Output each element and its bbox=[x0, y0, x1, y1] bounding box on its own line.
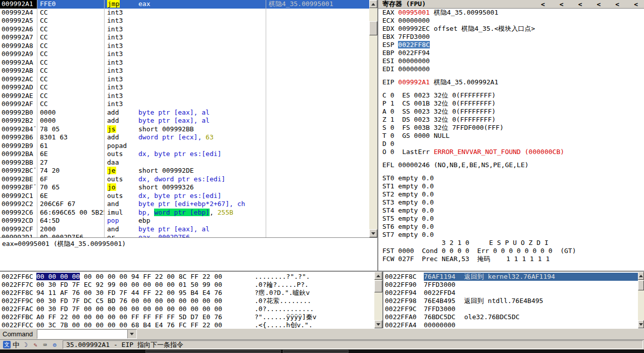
chinese-ime-icon[interactable]: 中 bbox=[12, 341, 20, 349]
disasm-row[interactable]: 009992ABCCint3 bbox=[0, 67, 369, 75]
disasm-row[interactable]: 009992B68301 63adddword ptr [ecx], 63 bbox=[0, 133, 369, 142]
disasm-row[interactable]: 009992BFˇ70 65joshort 00999326 bbox=[0, 183, 369, 192]
register-line[interactable]: EBX 7FFD3000 bbox=[378, 33, 644, 41]
disasm-row[interactable]: 009992BE6Foutsdx, dword ptr es:[edi] bbox=[0, 175, 369, 184]
register-line[interactable]: ESP 0022FF8C bbox=[378, 41, 644, 49]
register-line[interactable]: ST7 empty 0.0 bbox=[378, 231, 644, 239]
disasm-row[interactable]: 009992A7CCint3 bbox=[0, 33, 369, 42]
register-line[interactable]: EDX 009992EC offset 棋隐4_35.<模块入口点> bbox=[378, 25, 644, 33]
dump-row[interactable]: 0022FF8C94 11 AF 76 00 30 FD 7F 44 FF 22… bbox=[0, 289, 374, 297]
disasm-row[interactable]: 009992CF2000andbyte ptr [eax], al bbox=[0, 225, 369, 234]
disasm-row[interactable]: 009992B961popad bbox=[0, 142, 369, 150]
register-line[interactable]: ECX 00000000 bbox=[378, 17, 644, 25]
chevron-left-icon[interactable]: < bbox=[541, 1, 545, 8]
register-line[interactable]: Z 1 DS 0023 32位 0(FFFFFFFF) bbox=[378, 116, 644, 124]
disasm-row[interactable]: 009992C2206C6F 67andbyte ptr [edi+ebp*2+… bbox=[0, 200, 369, 209]
disasm-row[interactable]: 009992A9CCint3 bbox=[0, 50, 369, 59]
disasm-row[interactable]: 009992BCˇ74 20jeshort 009992DE bbox=[0, 167, 369, 175]
register-line[interactable]: EIP 009992A1 棋隐4_35.009992A1 bbox=[378, 78, 644, 86]
register-line[interactable] bbox=[378, 169, 644, 174]
register-line[interactable]: EDI 00000000 bbox=[378, 65, 644, 73]
disasm-row[interactable]: 009992AFCCint3 bbox=[0, 100, 369, 109]
disasm-row[interactable]: 009992D10D 0002D7E6oreax, 0002D7E6 bbox=[0, 233, 369, 237]
register-line[interactable]: O 0 LastErr ERROR_ENVVAR_NOT_FOUND (0000… bbox=[378, 148, 644, 156]
stack-row[interactable]: 0022FFA400000000 bbox=[383, 321, 638, 328]
scroll-down-button[interactable] bbox=[374, 320, 382, 328]
disasm-row[interactable]: 009992CD64:5Dpopebp bbox=[0, 217, 369, 225]
disasm-row[interactable]: 009992A5CCint3 bbox=[0, 17, 369, 25]
scrollbar-thumb[interactable] bbox=[369, 21, 377, 35]
stack-row[interactable]: 0022FFA076BDC5DCole32.76BDC5DC bbox=[383, 313, 638, 321]
dump-scrollbar[interactable] bbox=[374, 272, 382, 328]
register-line[interactable]: ST3 empty 0.0 bbox=[378, 198, 644, 207]
ime-pen-icon[interactable]: ✎ bbox=[31, 341, 39, 349]
register-line[interactable]: ST2 empty 0.0 bbox=[378, 190, 644, 198]
register-line[interactable] bbox=[378, 86, 644, 91]
disasm-row[interactable]: 009992A4CCint3 bbox=[0, 9, 369, 17]
scroll-up-button[interactable] bbox=[638, 272, 644, 280]
disasm-row[interactable]: 009992C666:696C65 00 5B25imulbp, word pt… bbox=[0, 209, 369, 217]
register-line[interactable]: ST1 empty 0.0 bbox=[378, 182, 644, 190]
disasm-row[interactable]: 009992ACCCint3 bbox=[0, 75, 369, 84]
stack-row[interactable]: 0022FF907FFD3000 bbox=[383, 281, 638, 289]
dump-row[interactable]: 0022FFBCA0 FF 22 00 00 00 00 00 FF FF FF… bbox=[0, 313, 374, 321]
register-line[interactable]: EFL 00000246 (NO,NB,E,BE,NS,PE,GE,LE) bbox=[378, 161, 644, 169]
register-line[interactable] bbox=[378, 156, 644, 161]
stack-row[interactable]: 0022FF9C7FFD3000 bbox=[383, 305, 638, 313]
register-line[interactable]: ST6 empty 0.0 bbox=[378, 223, 644, 231]
stack-row[interactable]: 0022FF9876E4B495返回到 ntdll.76E4B495 bbox=[383, 297, 638, 305]
chevron-left-icon[interactable]: < bbox=[634, 1, 638, 8]
register-line[interactable]: EAX 00995001 棋隐4_35.00995001 bbox=[378, 9, 644, 17]
register-line[interactable]: 3 2 1 0 E S P U O Z D I bbox=[378, 239, 644, 247]
stack-scrollbar[interactable] bbox=[638, 272, 644, 328]
register-line[interactable]: EBP 0022FF94 bbox=[378, 49, 644, 57]
dump-row[interactable]: 0022FFCC00 3C 7B 00 00 00 00 00 68 B4 E4… bbox=[0, 321, 374, 328]
scroll-up-button[interactable] bbox=[369, 0, 377, 8]
disasm-row[interactable]: 009992B20000addbyte ptr [eax], al bbox=[0, 117, 369, 125]
register-line[interactable]: S 0 FS 003B 32位 7FFDF000(FFF) bbox=[378, 124, 644, 132]
register-line[interactable]: D 0 bbox=[378, 140, 644, 148]
register-line[interactable]: ESI 00000000 bbox=[378, 57, 644, 65]
taskbar-button[interactable] bbox=[145, 350, 281, 353]
disasm-row[interactable]: 009992A8CCint3 bbox=[0, 42, 369, 51]
disasm-row[interactable]: 009992C16Eoutsdx, byte ptr es:[edi] bbox=[0, 192, 369, 200]
register-line[interactable] bbox=[378, 73, 644, 78]
language-icon[interactable]: 文 bbox=[3, 341, 11, 348]
disasm-row[interactable]: 009992B4ˇ78 05jsshort 009992BB bbox=[0, 125, 369, 134]
dump-row[interactable]: 0022FF7C00 30 FD 7F EC 92 99 00 00 00 00… bbox=[0, 281, 374, 289]
dump-row[interactable]: 0022FFAC00 30 FD 7F 00 00 00 00 00 00 00… bbox=[0, 305, 374, 313]
ime-moon-icon[interactable]: ☽ bbox=[22, 341, 30, 349]
scroll-down-button[interactable] bbox=[369, 229, 377, 237]
disasm-row[interactable]: 009992A6CCint3 bbox=[0, 25, 369, 34]
register-line[interactable]: T 0 GS 0000 NULL bbox=[378, 132, 644, 140]
disasm-row[interactable]: 009992A1FFE0jmpeax棋隐4_35.00995001 bbox=[0, 0, 369, 9]
register-line[interactable]: FCW 027F Prec NEAR,53 掩码 1 1 1 1 1 1 bbox=[378, 255, 644, 263]
chevron-left-icon[interactable]: < bbox=[597, 1, 601, 8]
stack-row[interactable]: 0022FF940022FFD4 bbox=[383, 289, 638, 297]
dump-row[interactable]: 0022FF9C00 30 FD 7F DC C5 BD 76 00 00 00… bbox=[0, 297, 374, 305]
disasm-row[interactable]: 009992ADCCint3 bbox=[0, 83, 369, 92]
register-line[interactable]: P 1 CS 001B 32位 0(FFFFFFFF) bbox=[378, 99, 644, 108]
disasm-row[interactable]: 009992AACCint3 bbox=[0, 59, 369, 67]
register-line[interactable]: ST5 empty 0.0 bbox=[378, 215, 644, 223]
disassembly-scrollbar[interactable] bbox=[369, 0, 377, 237]
chevron-left-icon[interactable]: < bbox=[578, 1, 582, 8]
scroll-up-button[interactable] bbox=[374, 272, 382, 280]
command-input[interactable] bbox=[37, 330, 127, 338]
register-line[interactable]: A 0 SS 0023 32位 0(FFFFFFFF) bbox=[378, 108, 644, 116]
taskbar-button[interactable] bbox=[283, 350, 349, 353]
disasm-row[interactable]: 009992BB27daa bbox=[0, 159, 369, 167]
dump-row[interactable]: 0022FF6C00 00 00 00 00 00 00 00 94 FF 22… bbox=[0, 273, 374, 281]
scroll-down-button[interactable] bbox=[638, 320, 644, 328]
stack-row[interactable]: 0022FF8C76AF1194返回到 kernel32.76AF1194 bbox=[383, 273, 638, 281]
register-line[interactable]: FST 0000 Cond 0 0 0 0 Err 0 0 0 0 0 0 0 … bbox=[378, 247, 644, 255]
toolbox-icon[interactable]: ⚙ bbox=[51, 341, 59, 349]
register-line[interactable]: ST4 empty 0.0 bbox=[378, 207, 644, 215]
chevron-left-icon[interactable]: < bbox=[560, 1, 564, 8]
combo-dropdown-button[interactable] bbox=[127, 330, 136, 338]
scrollbar-thumb[interactable] bbox=[638, 280, 644, 290]
disasm-row[interactable]: 009992BA6Eoutsdx, byte ptr es:[edi] bbox=[0, 150, 369, 159]
chevron-left-icon[interactable]: < bbox=[615, 1, 619, 8]
command-combobox[interactable] bbox=[37, 329, 137, 339]
disasm-row[interactable]: 009992AECCint3 bbox=[0, 92, 369, 100]
